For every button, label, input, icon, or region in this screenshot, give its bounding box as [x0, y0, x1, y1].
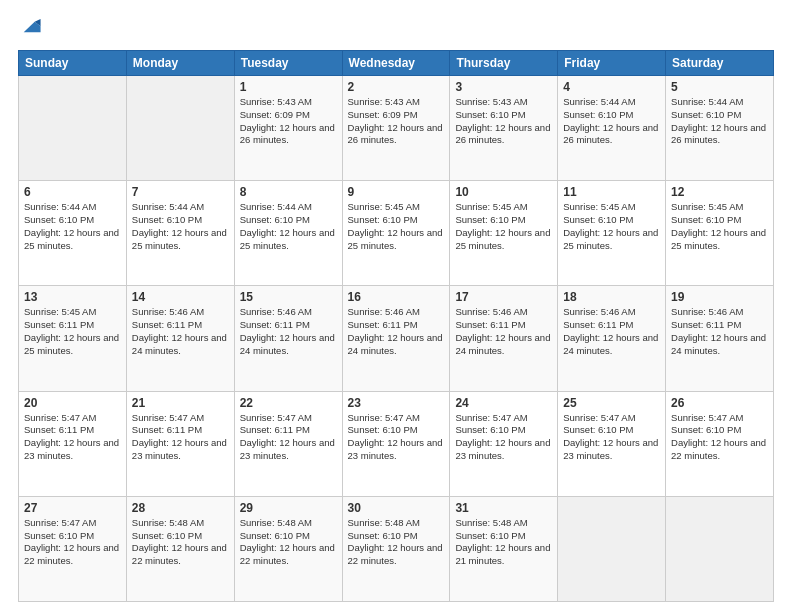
day-number: 18: [563, 290, 660, 304]
calendar-cell: 16Sunrise: 5:46 AM Sunset: 6:11 PM Dayli…: [342, 286, 450, 391]
day-info: Sunrise: 5:43 AM Sunset: 6:10 PM Dayligh…: [455, 96, 552, 147]
calendar-cell: 1Sunrise: 5:43 AM Sunset: 6:09 PM Daylig…: [234, 76, 342, 181]
day-info: Sunrise: 5:43 AM Sunset: 6:09 PM Dayligh…: [348, 96, 445, 147]
day-info: Sunrise: 5:44 AM Sunset: 6:10 PM Dayligh…: [24, 201, 121, 252]
calendar-cell: 22Sunrise: 5:47 AM Sunset: 6:11 PM Dayli…: [234, 391, 342, 496]
day-number: 6: [24, 185, 121, 199]
logo: [18, 18, 42, 40]
calendar-cell: 2Sunrise: 5:43 AM Sunset: 6:09 PM Daylig…: [342, 76, 450, 181]
day-number: 20: [24, 396, 121, 410]
calendar-cell: 13Sunrise: 5:45 AM Sunset: 6:11 PM Dayli…: [19, 286, 127, 391]
weekday-header-saturday: Saturday: [666, 51, 774, 76]
calendar-week-row: 27Sunrise: 5:47 AM Sunset: 6:10 PM Dayli…: [19, 496, 774, 601]
day-info: Sunrise: 5:44 AM Sunset: 6:10 PM Dayligh…: [132, 201, 229, 252]
calendar-week-row: 1Sunrise: 5:43 AM Sunset: 6:09 PM Daylig…: [19, 76, 774, 181]
day-number: 17: [455, 290, 552, 304]
day-info: Sunrise: 5:46 AM Sunset: 6:11 PM Dayligh…: [455, 306, 552, 357]
day-info: Sunrise: 5:47 AM Sunset: 6:10 PM Dayligh…: [348, 412, 445, 463]
day-number: 30: [348, 501, 445, 515]
day-number: 26: [671, 396, 768, 410]
calendar-cell: 5Sunrise: 5:44 AM Sunset: 6:10 PM Daylig…: [666, 76, 774, 181]
calendar-cell: 23Sunrise: 5:47 AM Sunset: 6:10 PM Dayli…: [342, 391, 450, 496]
day-number: 14: [132, 290, 229, 304]
day-number: 11: [563, 185, 660, 199]
day-number: 12: [671, 185, 768, 199]
calendar-cell: 17Sunrise: 5:46 AM Sunset: 6:11 PM Dayli…: [450, 286, 558, 391]
day-info: Sunrise: 5:47 AM Sunset: 6:11 PM Dayligh…: [132, 412, 229, 463]
calendar-cell: 19Sunrise: 5:46 AM Sunset: 6:11 PM Dayli…: [666, 286, 774, 391]
calendar-cell: 20Sunrise: 5:47 AM Sunset: 6:11 PM Dayli…: [19, 391, 127, 496]
day-number: 23: [348, 396, 445, 410]
calendar-cell: 24Sunrise: 5:47 AM Sunset: 6:10 PM Dayli…: [450, 391, 558, 496]
calendar-cell: 3Sunrise: 5:43 AM Sunset: 6:10 PM Daylig…: [450, 76, 558, 181]
day-info: Sunrise: 5:48 AM Sunset: 6:10 PM Dayligh…: [455, 517, 552, 568]
calendar-week-row: 6Sunrise: 5:44 AM Sunset: 6:10 PM Daylig…: [19, 181, 774, 286]
day-number: 9: [348, 185, 445, 199]
calendar-cell: [558, 496, 666, 601]
calendar-cell: [19, 76, 127, 181]
calendar-cell: 15Sunrise: 5:46 AM Sunset: 6:11 PM Dayli…: [234, 286, 342, 391]
day-number: 27: [24, 501, 121, 515]
calendar-cell: 30Sunrise: 5:48 AM Sunset: 6:10 PM Dayli…: [342, 496, 450, 601]
day-number: 3: [455, 80, 552, 94]
day-info: Sunrise: 5:45 AM Sunset: 6:10 PM Dayligh…: [455, 201, 552, 252]
calendar-cell: 10Sunrise: 5:45 AM Sunset: 6:10 PM Dayli…: [450, 181, 558, 286]
calendar-week-row: 13Sunrise: 5:45 AM Sunset: 6:11 PM Dayli…: [19, 286, 774, 391]
day-number: 2: [348, 80, 445, 94]
calendar-week-row: 20Sunrise: 5:47 AM Sunset: 6:11 PM Dayli…: [19, 391, 774, 496]
calendar-cell: 31Sunrise: 5:48 AM Sunset: 6:10 PM Dayli…: [450, 496, 558, 601]
day-number: 13: [24, 290, 121, 304]
day-info: Sunrise: 5:47 AM Sunset: 6:10 PM Dayligh…: [671, 412, 768, 463]
calendar-table: SundayMondayTuesdayWednesdayThursdayFrid…: [18, 50, 774, 602]
day-number: 25: [563, 396, 660, 410]
day-number: 4: [563, 80, 660, 94]
day-number: 24: [455, 396, 552, 410]
day-number: 19: [671, 290, 768, 304]
day-info: Sunrise: 5:43 AM Sunset: 6:09 PM Dayligh…: [240, 96, 337, 147]
day-info: Sunrise: 5:45 AM Sunset: 6:10 PM Dayligh…: [671, 201, 768, 252]
day-info: Sunrise: 5:44 AM Sunset: 6:10 PM Dayligh…: [671, 96, 768, 147]
logo-icon: [20, 16, 42, 38]
weekday-header-monday: Monday: [126, 51, 234, 76]
day-number: 10: [455, 185, 552, 199]
day-info: Sunrise: 5:47 AM Sunset: 6:11 PM Dayligh…: [24, 412, 121, 463]
day-number: 8: [240, 185, 337, 199]
weekday-header-sunday: Sunday: [19, 51, 127, 76]
calendar-cell: 18Sunrise: 5:46 AM Sunset: 6:11 PM Dayli…: [558, 286, 666, 391]
day-info: Sunrise: 5:45 AM Sunset: 6:11 PM Dayligh…: [24, 306, 121, 357]
day-info: Sunrise: 5:48 AM Sunset: 6:10 PM Dayligh…: [132, 517, 229, 568]
weekday-header-row: SundayMondayTuesdayWednesdayThursdayFrid…: [19, 51, 774, 76]
calendar-cell: 4Sunrise: 5:44 AM Sunset: 6:10 PM Daylig…: [558, 76, 666, 181]
day-number: 1: [240, 80, 337, 94]
day-info: Sunrise: 5:47 AM Sunset: 6:10 PM Dayligh…: [455, 412, 552, 463]
day-number: 22: [240, 396, 337, 410]
page-header: [18, 18, 774, 40]
day-info: Sunrise: 5:48 AM Sunset: 6:10 PM Dayligh…: [348, 517, 445, 568]
day-info: Sunrise: 5:45 AM Sunset: 6:10 PM Dayligh…: [348, 201, 445, 252]
day-number: 15: [240, 290, 337, 304]
day-number: 31: [455, 501, 552, 515]
day-number: 21: [132, 396, 229, 410]
day-info: Sunrise: 5:47 AM Sunset: 6:10 PM Dayligh…: [24, 517, 121, 568]
day-number: 29: [240, 501, 337, 515]
calendar-cell: 12Sunrise: 5:45 AM Sunset: 6:10 PM Dayli…: [666, 181, 774, 286]
calendar-cell: [666, 496, 774, 601]
calendar-cell: 7Sunrise: 5:44 AM Sunset: 6:10 PM Daylig…: [126, 181, 234, 286]
day-info: Sunrise: 5:47 AM Sunset: 6:10 PM Dayligh…: [563, 412, 660, 463]
calendar-cell: 11Sunrise: 5:45 AM Sunset: 6:10 PM Dayli…: [558, 181, 666, 286]
calendar-cell: 29Sunrise: 5:48 AM Sunset: 6:10 PM Dayli…: [234, 496, 342, 601]
calendar-cell: 21Sunrise: 5:47 AM Sunset: 6:11 PM Dayli…: [126, 391, 234, 496]
day-info: Sunrise: 5:47 AM Sunset: 6:11 PM Dayligh…: [240, 412, 337, 463]
calendar-cell: 28Sunrise: 5:48 AM Sunset: 6:10 PM Dayli…: [126, 496, 234, 601]
weekday-header-tuesday: Tuesday: [234, 51, 342, 76]
weekday-header-thursday: Thursday: [450, 51, 558, 76]
weekday-header-friday: Friday: [558, 51, 666, 76]
day-number: 5: [671, 80, 768, 94]
calendar-cell: 9Sunrise: 5:45 AM Sunset: 6:10 PM Daylig…: [342, 181, 450, 286]
day-info: Sunrise: 5:45 AM Sunset: 6:10 PM Dayligh…: [563, 201, 660, 252]
calendar-cell: [126, 76, 234, 181]
weekday-header-wednesday: Wednesday: [342, 51, 450, 76]
calendar-cell: 26Sunrise: 5:47 AM Sunset: 6:10 PM Dayli…: [666, 391, 774, 496]
day-info: Sunrise: 5:44 AM Sunset: 6:10 PM Dayligh…: [240, 201, 337, 252]
day-info: Sunrise: 5:46 AM Sunset: 6:11 PM Dayligh…: [132, 306, 229, 357]
